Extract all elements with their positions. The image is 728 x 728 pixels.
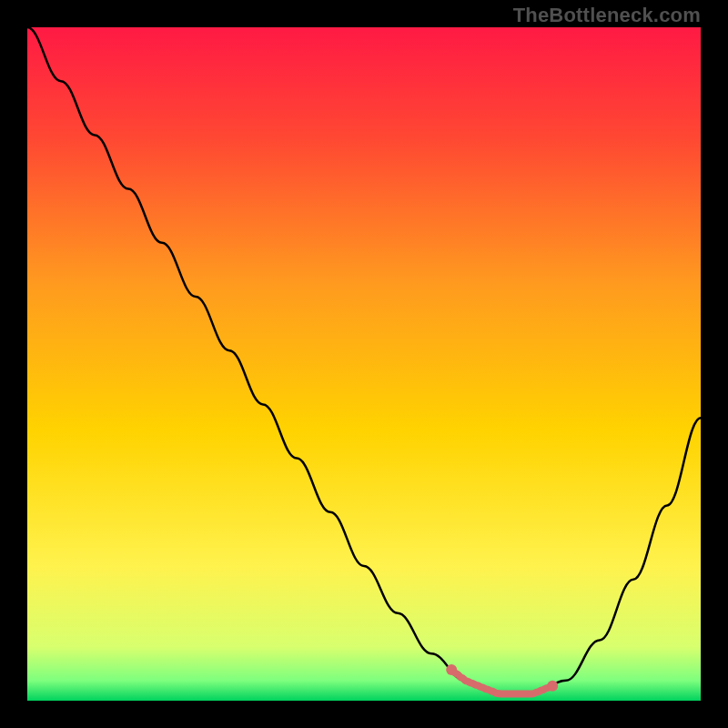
bottleneck-chart: [27, 27, 701, 701]
gradient-background: [27, 27, 701, 701]
watermark-text: TheBottleneck.com: [513, 4, 701, 27]
plot-area: [27, 27, 701, 701]
valley-marker-left: [446, 664, 457, 675]
frame: TheBottleneck.com: [0, 0, 728, 728]
valley-marker-right: [547, 681, 558, 692]
